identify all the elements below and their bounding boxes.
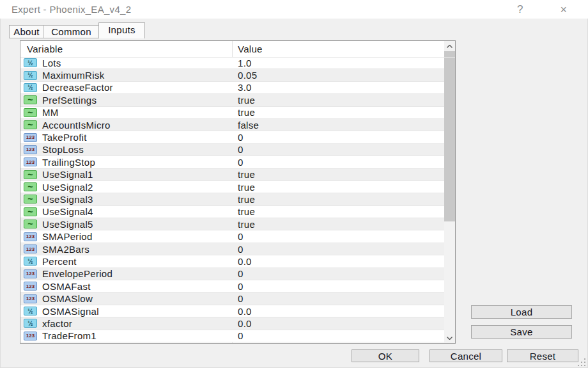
save-button[interactable]: Save [471, 325, 572, 339]
resize-grip[interactable] [576, 357, 585, 366]
variable-name: Percent [42, 256, 77, 267]
variable-value[interactable]: 0 [238, 281, 244, 292]
bool-type-icon: ~ [24, 195, 37, 204]
variable-value[interactable]: 0 [238, 144, 244, 155]
variable-value[interactable]: 0 [238, 330, 244, 341]
variable-name: EnvelopePeriod [42, 268, 112, 279]
variable-value[interactable]: 0.0 [238, 318, 252, 329]
variable-value[interactable]: 0.0 [238, 306, 252, 317]
variable-value[interactable]: true [238, 219, 255, 230]
variable-name: SMA2Bars [42, 244, 89, 255]
variable-name: UseSignal5 [42, 219, 93, 230]
double-type-icon: ½ [24, 71, 37, 80]
variable-name: UseSignal4 [42, 206, 93, 217]
variable-value[interactable]: true [238, 182, 255, 193]
variable-value[interactable]: 0 [238, 231, 244, 242]
variable-name: MaximumRisk [42, 70, 104, 81]
int-type-icon: 123 [24, 145, 37, 154]
table-row[interactable]: 123SMAPeriod0 [20, 230, 444, 243]
table-row[interactable]: 123SMA2Bars0 [20, 243, 444, 255]
table-row[interactable]: ~UseSignal5true [20, 218, 444, 230]
table-row[interactable]: ½DecreaseFactor3.0 [20, 82, 444, 94]
variable-value[interactable]: 0 [238, 244, 244, 255]
table-header: Variable Value [20, 41, 455, 58]
double-type-icon: ½ [24, 257, 37, 266]
variable-value[interactable]: 0 [238, 268, 244, 279]
table-row[interactable]: ~UseSignal3true [20, 193, 444, 205]
variable-value[interactable]: 0 [238, 293, 244, 304]
title-bar[interactable]: Expert - Phoenix_EA_v4_2 ? × [0, 0, 588, 19]
variable-name: TradeFrom1 [42, 330, 97, 341]
variable-value[interactable]: false [238, 120, 259, 131]
variable-value[interactable]: true [238, 169, 255, 180]
table-row[interactable]: 123EnvelopePeriod0 [20, 268, 444, 280]
table-row[interactable]: ~AccountIsMicrofalse [20, 119, 444, 131]
table-row[interactable]: ½Lots1.0 [20, 57, 444, 69]
table-row[interactable]: 123TrailingStop0 [20, 156, 444, 168]
variable-value[interactable]: 0.0 [238, 256, 252, 267]
load-button[interactable]: Load [471, 305, 572, 319]
int-type-icon: 123 [24, 244, 37, 253]
table-row[interactable]: ~MMtrue [20, 107, 444, 119]
variable-value[interactable]: 0 [238, 157, 244, 168]
ok-button[interactable]: OK [352, 349, 419, 362]
bool-type-icon: ~ [24, 95, 37, 104]
bool-type-icon: ~ [24, 182, 37, 191]
int-type-icon: 123 [24, 332, 37, 340]
variable-value[interactable]: 3.0 [238, 82, 252, 93]
int-type-icon: 123 [24, 133, 37, 142]
int-type-icon: 123 [24, 269, 37, 278]
window-title: Expert - Phoenix_EA_v4_2 [12, 4, 131, 15]
variable-value[interactable]: 0.05 [238, 70, 257, 81]
bool-type-icon: ~ [24, 170, 37, 179]
int-type-icon: 123 [24, 157, 37, 166]
table-row[interactable]: ½MaximumRisk0.05 [20, 69, 444, 81]
table-row[interactable]: ½xfactor0.0 [20, 317, 444, 330]
tab-about[interactable]: About [9, 25, 44, 38]
table-row[interactable]: ~UseSignal1true [20, 169, 444, 181]
scrollbar-thumb[interactable] [444, 51, 455, 221]
variable-value[interactable]: 1.0 [238, 58, 252, 68]
table-row[interactable]: ½OSMASignal0.0 [20, 305, 444, 317]
variable-name: UseSignal2 [42, 182, 93, 193]
variable-name: UseSignal1 [42, 169, 93, 180]
variable-value[interactable]: true [238, 95, 255, 106]
variable-name: Lots [42, 58, 61, 68]
close-icon[interactable]: × [555, 2, 573, 17]
table-row[interactable]: 123TakeProfit0 [20, 131, 444, 143]
variable-name: xfactor [42, 318, 72, 329]
bool-type-icon: ~ [24, 220, 37, 228]
vertical-scrollbar[interactable] [444, 41, 455, 343]
table-row[interactable]: ½Percent0.0 [20, 255, 444, 268]
table-row[interactable]: 123OSMASlow0 [20, 292, 444, 305]
int-type-icon: 123 [24, 282, 37, 291]
int-type-icon: 123 [24, 294, 37, 303]
table-row[interactable]: 123TradeFrom10 [20, 330, 444, 342]
help-icon[interactable]: ? [511, 2, 529, 17]
tab-inputs[interactable]: Inputs [98, 22, 145, 38]
reset-button[interactable]: Reset [507, 349, 578, 362]
table-row[interactable]: ~PrefSettingstrue [20, 94, 444, 106]
variable-value[interactable]: true [238, 194, 255, 205]
scroll-down-icon[interactable] [444, 333, 455, 343]
table-row[interactable]: 123StopLoss0 [20, 144, 444, 156]
column-header-variable: Variable [27, 44, 63, 54]
bool-type-icon: ~ [24, 120, 37, 129]
table-row[interactable]: 123OSMAFast0 [20, 280, 444, 292]
column-header-value: Value [238, 44, 263, 54]
variable-name: DecreaseFactor [42, 82, 113, 93]
variable-name: SMAPeriod [42, 231, 93, 242]
variable-value[interactable]: true [238, 107, 255, 118]
variable-name: TrailingStop [42, 157, 95, 168]
variable-value[interactable]: 0 [238, 132, 244, 143]
inputs-table: Variable Value ½Lots1.0½MaximumRisk0.05½… [20, 40, 456, 344]
variable-name: MM [42, 107, 59, 118]
table-row[interactable]: ~UseSignal2true [20, 181, 444, 193]
double-type-icon: ½ [24, 307, 37, 316]
variable-value[interactable]: true [238, 206, 255, 217]
variable-name: UseSignal3 [42, 194, 93, 205]
table-row[interactable]: ~UseSignal4true [20, 206, 444, 218]
double-type-icon: ½ [24, 83, 37, 92]
cancel-button[interactable]: Cancel [429, 349, 502, 362]
tab-common[interactable]: Common [43, 25, 100, 38]
